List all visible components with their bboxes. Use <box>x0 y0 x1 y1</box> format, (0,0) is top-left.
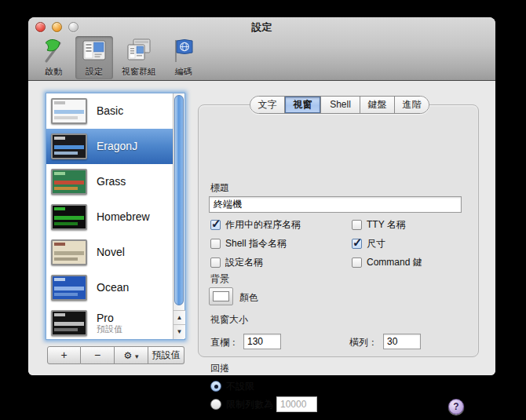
tab-bar: 文字 視窗 Shell 鍵盤 進階 <box>250 96 429 114</box>
checkbox-dimensions[interactable]: 尺寸 <box>352 237 385 250</box>
profile-name: EragonJ <box>97 140 137 152</box>
columns-label: 直欄： <box>210 336 239 349</box>
checkbox-command-key[interactable]: Command 鍵 <box>352 256 422 268</box>
checkbox-label: 尺寸 <box>367 237 385 250</box>
background-section-label: 背景 <box>210 272 229 286</box>
checkbox-shell-command-name[interactable]: Shell 指令名稱 <box>210 237 287 250</box>
profile-row-basic[interactable]: Basic <box>46 93 184 129</box>
checkbox-icon <box>352 257 362 268</box>
profile-row-eragonj[interactable]: EragonJ <box>46 129 184 164</box>
default-profile-button[interactable]: 預設值 <box>148 346 184 364</box>
radio-limit-rows[interactable]: 限制列數為： <box>210 398 283 411</box>
tab-advanced[interactable]: 進階 <box>394 97 429 113</box>
profile-thumbnail <box>51 204 87 230</box>
toolbar-label: 編碼 <box>175 66 192 78</box>
profile-default-badge: 預設值 <box>97 324 122 334</box>
checkbox-tty-name[interactable]: TTY 名稱 <box>352 218 406 231</box>
window-group-icon <box>126 38 152 64</box>
profile-name: Basic <box>97 104 123 117</box>
toolbar-label: 視窗群組 <box>122 66 156 78</box>
profile-name: Homebrew <box>97 210 150 223</box>
toolbar-item-startup[interactable]: 啟動 <box>35 36 72 79</box>
profile-thumbnail <box>51 275 87 301</box>
checkbox-icon <box>210 239 221 249</box>
checkbox-label: Shell 指令名稱 <box>225 237 287 250</box>
list-scrollbar[interactable]: ▲ ▼ <box>173 93 184 339</box>
window-title-field[interactable] <box>209 196 462 213</box>
profile-row-homebrew[interactable]: Homebrew <box>46 199 184 235</box>
checkbox-label: 設定名稱 <box>225 256 263 269</box>
profile-thumbnail <box>51 133 87 159</box>
profile-row-novel[interactable]: Novel <box>46 235 184 270</box>
window-body: Basic EragonJ Grass <box>28 81 495 375</box>
un-flag-icon <box>170 38 197 64</box>
checkbox-label: TTY 名稱 <box>367 218 406 232</box>
help-button[interactable]: ? <box>448 399 464 415</box>
checkbox-label: 作用中的程序名稱 <box>225 218 301 232</box>
checkbox-icon <box>352 239 362 249</box>
profile-name: Ocean <box>97 281 129 294</box>
profile-row-pro[interactable]: Pro 預設值 <box>46 305 184 341</box>
tab-shell[interactable]: Shell <box>320 97 360 113</box>
profile-row-grass[interactable]: Grass <box>46 164 184 199</box>
profile-thumbnail <box>51 169 87 195</box>
tab-text[interactable]: 文字 <box>250 97 284 113</box>
tab-keyboard[interactable]: 鍵盤 <box>360 97 394 113</box>
toolbar-label: 啟動 <box>45 66 62 78</box>
profile-actions: + − ⚙ ▾ 預設值 <box>47 346 184 364</box>
profile-thumbnail <box>51 239 87 265</box>
radio-label: 不設限 <box>226 380 254 393</box>
rows-field[interactable] <box>383 334 421 349</box>
window-title: 設定 <box>28 20 495 35</box>
rows-label: 橫列： <box>349 336 378 349</box>
flag-icon <box>40 38 67 64</box>
scrollbar-thumb[interactable] <box>174 95 184 305</box>
scroll-down-arrow-icon[interactable]: ▼ <box>174 324 185 338</box>
profile-thumbnail <box>51 310 87 336</box>
toolbar-label: 設定 <box>86 66 103 78</box>
background-color-well[interactable] <box>209 287 233 305</box>
columns-field[interactable] <box>243 334 281 349</box>
profile-row-ocean[interactable]: Ocean <box>46 270 184 305</box>
settings-window-icon <box>81 38 108 64</box>
limit-rows-field <box>276 396 317 412</box>
color-label: 顏色 <box>239 291 258 305</box>
checkbox-icon <box>352 220 362 230</box>
toolbar-item-window-groups[interactable]: 視窗群組 <box>116 36 162 79</box>
titlebar[interactable]: 設定 <box>28 17 495 35</box>
toolbar-item-encoding[interactable]: 編碼 <box>165 36 203 79</box>
color-swatch <box>213 291 229 301</box>
settings-window: 設定 啟動 <box>28 17 495 375</box>
add-profile-button[interactable]: + <box>47 346 81 364</box>
profile-name: Grass <box>97 175 126 188</box>
chevron-down-icon: ▾ <box>135 352 139 360</box>
checkbox-icon <box>210 220 221 230</box>
scrollback-section-label: 回捲 <box>210 362 229 375</box>
window-size-section-label: 視窗大小 <box>210 313 248 327</box>
profile-name: Pro <box>97 312 122 324</box>
checkbox-label: Command 鍵 <box>367 256 422 269</box>
profile-thumbnail <box>51 98 87 124</box>
radio-label: 限制列數為： <box>226 398 283 411</box>
checkbox-settings-name[interactable]: 設定名稱 <box>210 256 263 268</box>
remove-profile-button[interactable]: − <box>81 346 115 364</box>
toolbar-item-settings[interactable]: 設定 <box>75 36 113 79</box>
checkbox-active-process-name[interactable]: 作用中的程序名稱 <box>210 218 301 231</box>
profile-name: Novel <box>97 246 125 258</box>
title-section-label: 標題 <box>210 181 229 195</box>
radio-icon <box>210 381 221 392</box>
gear-icon: ⚙ <box>123 350 132 361</box>
checkbox-icon <box>210 257 221 268</box>
gear-menu-button[interactable]: ⚙ ▾ <box>115 346 148 364</box>
radio-unlimited[interactable]: 不設限 <box>210 380 254 393</box>
desktop-background: 設定 啟動 <box>0 0 526 420</box>
window-header: 設定 啟動 <box>28 17 495 81</box>
toolbar: 啟動 設定 <box>35 36 206 80</box>
radio-icon <box>210 399 221 410</box>
tab-window[interactable]: 視窗 <box>284 97 320 113</box>
scroll-up-arrow-icon[interactable]: ▲ <box>174 310 185 324</box>
profiles-list: Basic EragonJ Grass <box>46 93 185 340</box>
